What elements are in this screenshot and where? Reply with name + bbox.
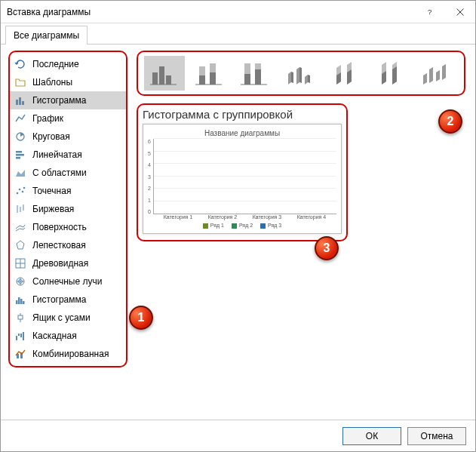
sidebar-item-label: Биржевая xyxy=(32,204,74,214)
sidebar-item-treemap[interactable]: Древовидная xyxy=(10,254,126,272)
svg-rect-9 xyxy=(16,157,20,159)
subtype-3d-column[interactable] xyxy=(416,56,456,91)
area-icon xyxy=(14,167,26,179)
stacked-column-icon xyxy=(193,59,226,88)
column-icon xyxy=(14,94,26,106)
recent-icon xyxy=(14,58,26,70)
sidebar-item-histogram[interactable]: Гистограмма xyxy=(10,291,126,309)
sidebar-item-bar[interactable]: Линейчатая xyxy=(10,146,126,164)
window-title: Вставка диаграммы xyxy=(7,7,415,17)
treemap-icon xyxy=(14,257,26,269)
pie-icon xyxy=(14,131,26,143)
svg-rect-33 xyxy=(18,334,20,336)
svg-rect-40 xyxy=(166,75,171,85)
svg-rect-5 xyxy=(22,101,24,105)
svg-point-10 xyxy=(17,192,19,195)
sidebar-item-templates[interactable]: Шаблоны xyxy=(10,73,126,91)
radar-icon xyxy=(14,239,26,251)
svg-rect-39 xyxy=(159,66,164,85)
x-axis: Категория 1Категория 2Категория 3Категор… xyxy=(158,214,336,220)
svg-rect-48 xyxy=(244,74,250,85)
stock-icon xyxy=(14,203,26,215)
chart-preview-card[interactable]: Название диаграммы 6543210 Категория 1Ка… xyxy=(143,124,342,234)
sidebar-item-radar[interactable]: Лепестковая xyxy=(10,236,126,254)
chart-category-list: ПоследниеШаблоныГистограммаГрафикКругова… xyxy=(8,51,127,367)
chart-preview-zone: Гистограмма с группировкой Название диаг… xyxy=(137,103,348,241)
help-button[interactable]: ? xyxy=(415,1,445,23)
bar-icon xyxy=(14,149,26,161)
svg-rect-3 xyxy=(16,100,18,105)
sidebar-item-line[interactable]: График xyxy=(10,109,126,128)
sidebar-item-combo[interactable]: Комбинированная xyxy=(10,345,126,363)
sidebar-item-label: Точечная xyxy=(32,186,71,196)
subtype-stacked100-column[interactable] xyxy=(235,56,275,91)
sidebar-item-scatter[interactable]: Точечная xyxy=(10,182,126,200)
sidebar-item-label: Шаблоны xyxy=(32,77,72,88)
sidebar-item-label: Круговая xyxy=(32,131,70,142)
3d-stacked100-column-icon xyxy=(374,59,407,88)
tab-all-charts[interactable]: Все диаграммы xyxy=(5,26,88,45)
svg-rect-7 xyxy=(16,151,22,153)
svg-rect-34 xyxy=(20,334,22,337)
cancel-button[interactable]: Отмена xyxy=(407,427,466,445)
subtype-3d-clustered-column[interactable] xyxy=(280,56,321,91)
close-icon xyxy=(456,8,465,17)
svg-point-13 xyxy=(23,187,26,189)
chart-title: Название диаграммы xyxy=(148,129,336,137)
sunburst-icon xyxy=(14,275,26,287)
help-icon: ? xyxy=(425,8,435,17)
sidebar-item-sunburst[interactable]: Солнечные лучи xyxy=(10,272,126,291)
insert-chart-dialog: Вставка диаграммы ? Все диаграммы Послед… xyxy=(0,0,476,452)
histogram-icon xyxy=(14,294,26,306)
svg-rect-28 xyxy=(23,301,25,304)
sidebar-item-label: Гистограмма xyxy=(32,294,86,305)
sidebar-item-label: Ящик с усами xyxy=(32,312,91,323)
svg-rect-4 xyxy=(19,97,21,105)
templates-icon xyxy=(14,76,26,88)
chart-subtype-ribbon xyxy=(137,51,465,96)
sidebar-item-boxwhisker[interactable]: Ящик с усами xyxy=(10,309,126,327)
sidebar-item-waterfall[interactable]: Каскадная xyxy=(10,327,126,345)
clustered-column-icon xyxy=(148,59,181,88)
sidebar-item-label: Древовидная xyxy=(32,258,88,269)
subtype-3d-stacked100-column[interactable] xyxy=(370,56,411,91)
surface-icon xyxy=(14,221,26,233)
sidebar-item-label: Солнечные лучи xyxy=(32,276,102,287)
3d-clustered-column-icon xyxy=(284,59,317,88)
sidebar-item-label: С областями xyxy=(32,168,87,178)
combo-icon xyxy=(14,348,26,360)
svg-rect-29 xyxy=(18,315,23,319)
chart-subtype-title: Гистограмма с группировкой xyxy=(143,108,342,121)
callout-1: 1 xyxy=(129,306,153,330)
svg-rect-32 xyxy=(16,336,17,340)
sidebar-item-stock[interactable]: Биржевая xyxy=(10,200,126,218)
sidebar-item-pie[interactable]: Круговая xyxy=(10,128,126,146)
subtype-3d-stacked-column[interactable] xyxy=(325,56,366,91)
svg-rect-43 xyxy=(199,75,205,85)
boxwhisker-icon xyxy=(14,312,26,324)
dialog-footer: ОК Отмена xyxy=(1,420,475,451)
waterfall-icon xyxy=(14,330,26,342)
sidebar-item-label: Комбинированная xyxy=(32,349,109,359)
sidebar-item-label: Каскадная xyxy=(32,331,77,341)
ok-button[interactable]: ОК xyxy=(342,427,401,445)
sidebar-item-label: Последние xyxy=(32,59,79,69)
tabs-bar: Все диаграммы xyxy=(1,23,475,45)
subtype-clustered-column[interactable] xyxy=(144,56,185,91)
chart-plot xyxy=(153,139,336,214)
svg-point-12 xyxy=(22,191,24,193)
subtype-stacked-column[interactable] xyxy=(189,56,230,91)
line-icon xyxy=(14,112,26,125)
svg-rect-27 xyxy=(20,299,23,304)
svg-marker-17 xyxy=(17,241,24,249)
sidebar-item-surface[interactable]: Поверхность xyxy=(10,218,126,236)
sidebar-item-area[interactable]: С областями xyxy=(10,164,126,182)
3d-stacked-column-icon xyxy=(329,59,362,88)
callout-3: 3 xyxy=(315,236,339,260)
y-axis: 6543210 xyxy=(148,139,153,214)
sidebar-item-recent[interactable]: Последние xyxy=(10,55,126,73)
svg-rect-50 xyxy=(255,69,261,85)
sidebar-item-label: Гистограмма xyxy=(32,95,86,106)
close-button[interactable] xyxy=(445,1,475,23)
sidebar-item-column[interactable]: Гистограмма xyxy=(10,91,126,109)
